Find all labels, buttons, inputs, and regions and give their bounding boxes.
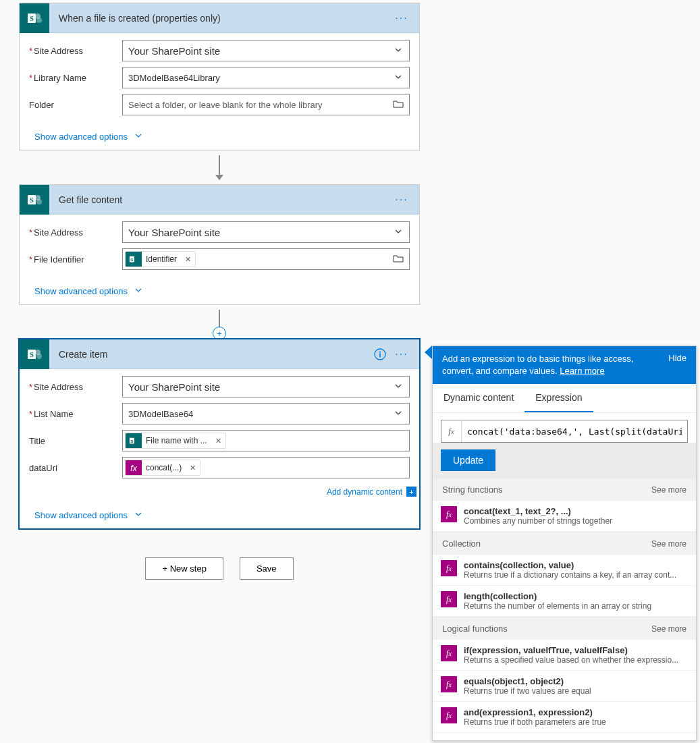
- function-item[interactable]: fx if(expression, valueIfTrue, valueIfFa…: [433, 640, 696, 671]
- title-label: Title: [29, 436, 122, 446]
- svg-rect-16: [379, 353, 381, 357]
- more-icon[interactable]: ···: [392, 345, 411, 364]
- connector: +: [19, 305, 420, 339]
- learn-more-link[interactable]: Learn more: [560, 366, 604, 376]
- expression-panel: Add an expression to do basic things lik…: [432, 346, 697, 741]
- svg-text:S: S: [30, 15, 34, 22]
- svg-point-7: [36, 199, 42, 204]
- identifier-token[interactable]: S Identifier ✕: [125, 251, 196, 267]
- card-header[interactable]: S Create item ···: [20, 339, 419, 369]
- sharepoint-token-icon: S: [126, 433, 142, 449]
- svg-point-3: [36, 18, 42, 23]
- sharepoint-icon: S: [20, 185, 49, 215]
- chevron-down-icon: [393, 227, 404, 238]
- functions-list[interactable]: String functionsSee morefx concat(text_1…: [433, 478, 696, 740]
- more-icon[interactable]: ···: [392, 190, 411, 209]
- function-item[interactable]: fx length(collection)Returns the number …: [433, 586, 696, 617]
- fx-icon: fx: [441, 420, 462, 442]
- site-address-label: *Site Address: [29, 382, 122, 392]
- fx-icon: fx: [441, 591, 457, 607]
- section-header: Logical functionsSee more: [433, 617, 696, 640]
- card-title: When a file is created (properties only): [49, 13, 392, 24]
- list-name-input[interactable]: 3DModelBase64: [122, 403, 410, 424]
- trigger-card: S When a file is created (properties onl…: [19, 3, 420, 150]
- add-action-button[interactable]: +: [213, 327, 226, 340]
- library-name-input[interactable]: 3DModelBase64Library: [122, 67, 410, 88]
- folder-label: Folder: [29, 100, 122, 110]
- see-more-link[interactable]: See more: [651, 485, 686, 495]
- list-name-label: *List Name: [29, 409, 122, 419]
- save-button[interactable]: Save: [240, 557, 294, 580]
- function-item[interactable]: fx contains(collection, value)Returns tr…: [433, 555, 696, 586]
- expression-input[interactable]: [462, 420, 687, 442]
- fx-icon: fx: [441, 560, 457, 576]
- datauri-input[interactable]: fx concat(...) ✕: [122, 457, 410, 478]
- title-input[interactable]: S File name with ... ✕: [122, 430, 410, 451]
- fx-icon: fx: [441, 506, 457, 522]
- function-item[interactable]: fx equals(object1, object2)Returns true …: [433, 671, 696, 702]
- new-step-button[interactable]: + New step: [145, 557, 223, 580]
- see-more-link[interactable]: See more: [651, 624, 686, 634]
- hide-link[interactable]: Hide: [668, 353, 686, 363]
- show-advanced-link[interactable]: Show advanced options: [20, 503, 419, 528]
- folder-icon[interactable]: [393, 99, 404, 111]
- expression-input-row: fx: [441, 420, 688, 443]
- site-address-input[interactable]: Your SharePoint site: [122, 40, 410, 61]
- fx-token-icon: fx: [126, 460, 142, 476]
- site-address-input[interactable]: Your SharePoint site: [122, 221, 410, 243]
- fx-icon: fx: [441, 645, 457, 661]
- connector: [19, 150, 420, 184]
- file-identifier-input[interactable]: S Identifier ✕: [122, 248, 410, 270]
- svg-point-13: [36, 354, 42, 359]
- tab-dynamic-content[interactable]: Dynamic content: [433, 384, 524, 412]
- svg-text:S: S: [130, 257, 133, 262]
- chevron-down-icon: [393, 382, 404, 392]
- sharepoint-icon: S: [20, 3, 49, 33]
- chevron-down-icon: [134, 286, 142, 296]
- folder-icon[interactable]: [393, 254, 404, 265]
- show-advanced-link[interactable]: Show advanced options: [20, 125, 419, 150]
- chevron-down-icon: [134, 510, 142, 520]
- add-dynamic-content-link[interactable]: Add dynamic content +: [122, 484, 416, 499]
- info-icon[interactable]: [372, 346, 388, 362]
- folder-input[interactable]: Select a folder, or leave blank for the …: [122, 94, 410, 115]
- panel-tabs: Dynamic content Expression: [433, 384, 696, 413]
- see-more-link[interactable]: See more: [651, 539, 686, 549]
- show-advanced-link[interactable]: Show advanced options: [20, 279, 419, 304]
- filename-token[interactable]: S File name with ... ✕: [125, 433, 226, 449]
- datauri-label: dataUri: [29, 463, 122, 473]
- remove-token-icon[interactable]: ✕: [186, 464, 200, 472]
- panel-hint: Add an expression to do basic things lik…: [433, 346, 696, 384]
- chevron-down-icon: [393, 409, 404, 419]
- site-address-input[interactable]: Your SharePoint site: [122, 376, 410, 397]
- section-header: String functionsSee more: [433, 478, 696, 501]
- concat-token[interactable]: fx concat(...) ✕: [125, 460, 200, 476]
- more-icon[interactable]: ···: [392, 9, 411, 28]
- section-header: CollectionSee more: [433, 532, 696, 555]
- card-header[interactable]: S When a file is created (properties onl…: [20, 3, 419, 33]
- tab-expression[interactable]: Expression: [524, 384, 593, 412]
- svg-text:S: S: [130, 439, 133, 443]
- plus-icon: +: [406, 487, 416, 497]
- remove-token-icon[interactable]: ✕: [181, 255, 195, 264]
- get-file-content-card: S Get file content ··· *Site Address You…: [19, 184, 420, 305]
- svg-point-15: [379, 351, 381, 352]
- site-address-label: *Site Address: [29, 227, 122, 238]
- chevron-down-icon: [393, 46, 404, 56]
- remove-token-icon[interactable]: ✕: [211, 437, 225, 445]
- function-item[interactable]: fx and(expression1, expression2)Returns …: [433, 702, 696, 733]
- create-item-card: S Create item ··· *Site Address Your Sha…: [19, 339, 420, 529]
- svg-text:S: S: [30, 351, 34, 358]
- sharepoint-icon: S: [20, 339, 49, 369]
- panel-beak: [425, 346, 432, 359]
- file-identifier-label: *File Identifier: [29, 254, 122, 265]
- fx-icon: fx: [441, 676, 457, 692]
- update-button[interactable]: Update: [441, 449, 495, 471]
- card-title: Get file content: [49, 194, 392, 205]
- chevron-down-icon: [393, 73, 404, 83]
- sharepoint-token-icon: S: [126, 251, 142, 267]
- function-item[interactable]: fx concat(text_1, text_2?, ...)Combines …: [433, 501, 696, 532]
- chevron-down-icon: [134, 132, 142, 142]
- card-header[interactable]: S Get file content ···: [20, 185, 419, 215]
- library-name-label: *Library Name: [29, 73, 122, 83]
